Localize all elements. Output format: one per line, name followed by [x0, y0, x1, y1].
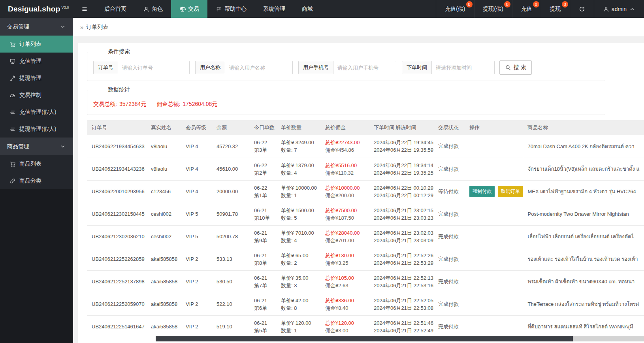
order-time-input[interactable]: [431, 61, 495, 74]
trade-status-cell: 完成付款: [433, 158, 465, 180]
user-name-input[interactable]: [225, 61, 293, 74]
nav-system[interactable]: 系统管理: [255, 0, 294, 18]
daily-orders-cell: 06-21 第10单: [249, 203, 276, 225]
sidebar-item-order-list[interactable]: 订单列表: [0, 36, 73, 53]
sidebar-group-trade[interactable]: 交易管理: [0, 18, 73, 36]
order-time-cell: 2024年06月21日 22:52:13 2024年06月21日 22:53:1…: [369, 270, 433, 293]
order-no-cell: UB2406212302158445: [87, 203, 146, 225]
withdraw-badge: 0: [562, 1, 568, 8]
sidebar-item-goods-list[interactable]: 商品列表: [0, 155, 73, 172]
nav-trade[interactable]: 交易: [171, 0, 207, 18]
main-content: » 订单列表 条件搜索 订单号 用户名称 用户手机号 下单时间: [73, 18, 644, 343]
brand-logo: Desigual.shop V3.0: [0, 0, 73, 18]
nav-mall[interactable]: 商城: [294, 0, 321, 18]
product-name-cell: Post-modernity Two Drawer Mirror Nightst…: [523, 203, 644, 225]
nav-home[interactable]: 后台首页: [96, 0, 135, 18]
horizontal-scrollbar[interactable]: [156, 336, 644, 341]
order-time-cell: 2024年06月21日 22:51:46 2024年06月21日 22:52:4…: [369, 315, 433, 338]
vip-level-cell: VIP 2: [181, 293, 212, 315]
real-name-cell: v8laolu: [146, 135, 181, 158]
actions-cell: [465, 203, 523, 225]
scrollbar-thumb[interactable]: [156, 336, 573, 341]
order-time-cell: 2024年06月22日 00:10:29 2024年06月22日 00:12:2…: [369, 180, 433, 203]
refresh-button[interactable]: [570, 0, 594, 18]
real-name-cell: ceshi002: [146, 203, 181, 225]
order-time-label: 下单时间: [402, 61, 431, 74]
nav-help-center[interactable]: 帮助中心: [207, 0, 255, 18]
sidebar-toggle-button[interactable]: [73, 0, 96, 18]
search-panel-legend: 条件搜索: [104, 48, 134, 55]
list-icon: [9, 109, 16, 115]
chevron-down-icon: [60, 143, 66, 150]
chevron-down-icon: [60, 24, 66, 30]
col-balance: 余额: [212, 120, 249, 135]
quick-withdraw[interactable]: 提现 0: [541, 0, 570, 18]
table-row: UB2406212302158445 ceshi002 VIP 5 50901.…: [87, 203, 644, 225]
refresh-icon: [579, 6, 585, 12]
user-phone-label: 用户手机号: [298, 61, 333, 74]
order-time-cell: 2024年06月21日 23:02:15 2024年06月21日 23:03:2…: [369, 203, 433, 225]
sidebar-group-goods[interactable]: 商品管理: [0, 138, 73, 155]
balance-cell: 50901.78: [212, 203, 249, 225]
real-name-cell: akai585858: [146, 248, 181, 270]
vip-level-cell: VIP 4: [181, 158, 212, 180]
order-time-cell: 2024年06月22日 19:34:14 2024年06月22日 19:35:2…: [369, 158, 433, 180]
cancel-order-button[interactable]: 取消订单: [498, 186, 523, 197]
col-product-name: 商品名称: [523, 120, 644, 135]
flag-icon: [216, 6, 222, 12]
user-phone-input[interactable]: [333, 61, 396, 74]
sidebar-item-withdraw-fake[interactable]: 提现管理(假人): [0, 121, 73, 138]
actions-cell: [465, 158, 523, 180]
product-name-cell: จักรยานเด็ก18นิ้ว(V8)เหล็ก แถมตะกร้าและข…: [523, 158, 644, 180]
balance-cell: 530.50: [212, 270, 249, 293]
product-name-cell: TheTerrace กล่องใส่กระดาษทิชชู่ พร้อมที่…: [523, 293, 644, 315]
gauge-icon: [9, 92, 16, 98]
sidebar-item-recharge-mgmt[interactable]: 充值管理: [0, 53, 73, 70]
real-name-cell: akai585858: [146, 293, 181, 315]
search-button[interactable]: 搜 索: [499, 60, 532, 75]
col-daily-orders: 今日单数: [249, 120, 276, 135]
quick-withdraw-fake[interactable]: 提现(假) 0: [474, 0, 512, 18]
trade-status-cell: 完成付款: [433, 315, 465, 338]
order-no-group: 订单号: [93, 61, 190, 74]
col-vip-level: 会员等级: [181, 120, 212, 135]
col-order-time: 下单时间 解冻时间: [369, 120, 433, 135]
nav-roles[interactable]: 角色: [135, 0, 171, 18]
quick-recharge[interactable]: 充值 0: [512, 0, 541, 18]
content-card: 条件搜索 订单号 用户名称 用户手机号 下单时间: [78, 43, 644, 343]
recharge-fake-badge: 0: [466, 1, 473, 8]
scale-icon: [179, 6, 186, 12]
real-name-cell: akai585858: [146, 270, 181, 293]
force-pay-button[interactable]: 强制付款: [469, 186, 495, 197]
sidebar-item-trade-control[interactable]: 交易控制: [0, 87, 73, 104]
gavel-icon: [9, 75, 16, 81]
order-no-cell: UB2406212252262859: [87, 248, 146, 270]
trade-status-cell: 完成付款: [433, 270, 465, 293]
withdraw-fake-badge: 0: [504, 1, 510, 8]
user-menu[interactable]: admin: [594, 0, 644, 18]
real-name-cell: akai585858: [146, 315, 181, 338]
daily-orders-cell: 06-21 第8单: [249, 248, 276, 270]
unit-price-qty-cell: 单价¥ 35.00 数量: 3: [276, 270, 320, 293]
total-commission-cell: 总价¥120.00 佣金¥3.00: [320, 315, 369, 338]
order-time-cell: 2024年06月21日 23:02:03 2024年06月21日 23:03:0…: [369, 225, 433, 248]
order-no-input[interactable]: [118, 61, 190, 74]
balance-cell: 20000.00: [212, 180, 249, 203]
sidebar-item-withdraw-mgmt[interactable]: 提现管理: [0, 70, 73, 87]
actions-cell: [465, 248, 523, 270]
unit-price-qty-cell: 单价¥ 1379.00 数量: 4: [276, 158, 320, 180]
total-commission-cell: 总价¥28040.00 佣金¥701.00: [320, 225, 369, 248]
order-no-cell: UB2406212252137898: [87, 270, 146, 293]
quick-recharge-fake[interactable]: 充值(假) 0: [436, 0, 474, 18]
table-row: UB2406212251461647 akai585858 VIP 2 519.…: [87, 315, 644, 338]
daily-orders-cell: 06-22 第2单: [249, 158, 276, 180]
trade-status-cell: 完成付款: [433, 248, 465, 270]
page-title: 订单列表: [86, 24, 108, 31]
sidebar-item-recharge-fake[interactable]: 充值管理(假人): [0, 104, 73, 121]
sidebar-item-goods-category[interactable]: 商品分类: [0, 172, 73, 189]
order-time-cell: 2024年06月22日 19:34:45 2024年06月22日 19:35:5…: [369, 135, 433, 158]
total-commission-cell: 总价¥130.00 佣金¥3.25: [320, 248, 369, 270]
product-name-cell: รองเท้าแตะ รองเท้าใส่ในบ้าน รองเท้านวด ร…: [523, 248, 644, 270]
table-row: UB2406212252262859 akai585858 VIP 2 533.…: [87, 248, 644, 270]
user-name-group: 用户名称: [195, 61, 293, 74]
